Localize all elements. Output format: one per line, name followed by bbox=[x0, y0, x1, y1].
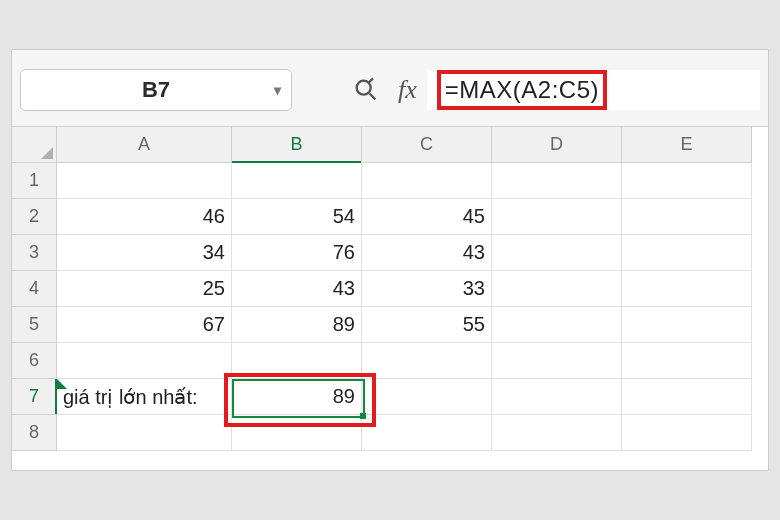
cell-D2[interactable] bbox=[492, 199, 622, 235]
cell-B4[interactable]: 43 bbox=[232, 271, 362, 307]
cell-A6[interactable] bbox=[57, 343, 232, 379]
cell-marker-icon bbox=[57, 379, 67, 389]
chevron-down-icon[interactable]: ▾ bbox=[274, 82, 281, 98]
row-header-5[interactable]: 5 bbox=[12, 307, 57, 343]
name-box-value: B7 bbox=[142, 77, 170, 103]
cell-D1[interactable] bbox=[492, 163, 622, 199]
cell-C5[interactable]: 55 bbox=[362, 307, 492, 343]
cell-E3[interactable] bbox=[622, 235, 752, 271]
row-header-6[interactable]: 6 bbox=[12, 343, 57, 379]
column-header-A[interactable]: A bbox=[57, 127, 232, 163]
column-header-C[interactable]: C bbox=[362, 127, 492, 163]
cell-D8[interactable] bbox=[492, 415, 622, 451]
cell-C6[interactable] bbox=[362, 343, 492, 379]
row-header-7[interactable]: 7 bbox=[12, 379, 57, 415]
row-header-2[interactable]: 2 bbox=[12, 199, 57, 235]
svg-line-2 bbox=[368, 78, 373, 83]
cell-B8[interactable] bbox=[232, 415, 362, 451]
formula-highlight: =MAX(A2:C5) bbox=[437, 70, 607, 110]
name-box[interactable]: B7 ▾ bbox=[20, 69, 292, 111]
cell-A1[interactable] bbox=[57, 163, 232, 199]
svg-line-1 bbox=[370, 94, 376, 100]
cell-E2[interactable] bbox=[622, 199, 752, 235]
cell-E8[interactable] bbox=[622, 415, 752, 451]
formula-bar-icons: fx bbox=[302, 75, 417, 105]
cell-C1[interactable] bbox=[362, 163, 492, 199]
cell-B2[interactable]: 54 bbox=[232, 199, 362, 235]
cell-A8[interactable] bbox=[57, 415, 232, 451]
cell-D5[interactable] bbox=[492, 307, 622, 343]
cell-D4[interactable] bbox=[492, 271, 622, 307]
cell-C3[interactable]: 43 bbox=[362, 235, 492, 271]
zoom-lens-icon[interactable] bbox=[352, 76, 380, 104]
cell-D6[interactable] bbox=[492, 343, 622, 379]
formula-bar-row: B7 ▾ fx =MAX(A2:C5) bbox=[12, 50, 768, 127]
fx-icon[interactable]: fx bbox=[398, 75, 417, 105]
cell-E5[interactable] bbox=[622, 307, 752, 343]
cell-C2[interactable]: 45 bbox=[362, 199, 492, 235]
cell-E1[interactable] bbox=[622, 163, 752, 199]
cell-E7[interactable] bbox=[622, 379, 752, 415]
formula-text: =MAX(A2:C5) bbox=[445, 76, 599, 103]
cell-A2[interactable]: 46 bbox=[57, 199, 232, 235]
cell-B3[interactable]: 76 bbox=[232, 235, 362, 271]
row-header-1[interactable]: 1 bbox=[12, 163, 57, 199]
cell-A3[interactable]: 34 bbox=[57, 235, 232, 271]
cell-C4[interactable]: 33 bbox=[362, 271, 492, 307]
cell-A4[interactable]: 25 bbox=[57, 271, 232, 307]
column-header-E[interactable]: E bbox=[622, 127, 752, 163]
cell-B5[interactable]: 89 bbox=[232, 307, 362, 343]
column-header-D[interactable]: D bbox=[492, 127, 622, 163]
row-header-8[interactable]: 8 bbox=[12, 415, 57, 451]
cell-E4[interactable] bbox=[622, 271, 752, 307]
select-all-corner[interactable] bbox=[12, 127, 57, 163]
cell-B6[interactable] bbox=[232, 343, 362, 379]
cell-C8[interactable] bbox=[362, 415, 492, 451]
row-header-3[interactable]: 3 bbox=[12, 235, 57, 271]
cell-B7[interactable]: 89 bbox=[232, 379, 362, 415]
cell-A7[interactable]: giá trị lớn nhất: bbox=[57, 379, 232, 415]
cell-E6[interactable] bbox=[622, 343, 752, 379]
cell-C7[interactable] bbox=[362, 379, 492, 415]
formula-input[interactable]: =MAX(A2:C5) bbox=[427, 70, 760, 110]
cell-D7[interactable] bbox=[492, 379, 622, 415]
cell-A5[interactable]: 67 bbox=[57, 307, 232, 343]
row-header-4[interactable]: 4 bbox=[12, 271, 57, 307]
spreadsheet-grid[interactable]: ABCDE1246544533476434254333567895567giá … bbox=[12, 127, 768, 451]
cell-B1[interactable] bbox=[232, 163, 362, 199]
column-header-B[interactable]: B bbox=[232, 127, 362, 163]
cell-D3[interactable] bbox=[492, 235, 622, 271]
